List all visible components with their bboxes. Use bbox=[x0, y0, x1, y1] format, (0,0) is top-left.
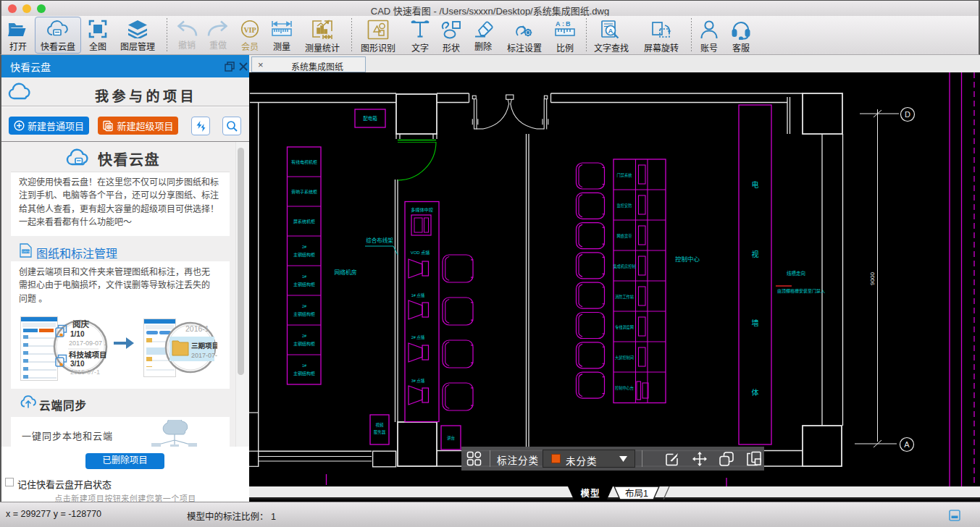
svg-text:主钢结构柜: 主钢结构柜 bbox=[293, 311, 315, 317]
svg-text:布局1: 布局1 bbox=[625, 489, 648, 499]
svg-text:2017-07-07: 2017-07-07 bbox=[191, 352, 217, 359]
svg-text:科技城项目: 科技城项目 bbox=[69, 350, 107, 359]
svg-text:2#: 2# bbox=[302, 304, 307, 308]
svg-text:2#: 2# bbox=[302, 334, 307, 338]
svg-text:服务器: 服务器 bbox=[374, 429, 386, 435]
svg-text:消防工作站: 消防工作站 bbox=[615, 294, 634, 300]
svg-text:有线电视机柜: 有线电视机柜 bbox=[291, 159, 317, 165]
svg-text:1#: 1# bbox=[302, 363, 307, 368]
svg-text:网络机房: 网络机房 bbox=[334, 269, 356, 276]
svg-text:大屏控制间: 大屏控制间 bbox=[615, 355, 634, 361]
svg-text:3/10: 3/10 bbox=[70, 360, 85, 368]
svg-text:监控安防: 监控安防 bbox=[617, 203, 632, 208]
svg-text:多媒体中控: 多媒体中控 bbox=[411, 207, 433, 213]
svg-text:1/10: 1/10 bbox=[70, 330, 85, 338]
svg-text:由顶棚格栅安装至门禁入: 由顶棚格栅安装至门禁入 bbox=[777, 288, 825, 294]
svg-text:屏系统机柜: 屏系统机柜 bbox=[293, 219, 315, 224]
svg-text:线槽走向: 线槽走向 bbox=[787, 270, 805, 277]
svg-text:9000: 9000 bbox=[869, 272, 876, 285]
svg-text:3# 点播: 3# 点播 bbox=[411, 378, 425, 384]
svg-text:2#: 2# bbox=[302, 245, 307, 249]
svg-text:综合布线架: 综合布线架 bbox=[366, 237, 393, 244]
svg-text:模型: 模型 bbox=[580, 488, 600, 499]
svg-text:墙: 墙 bbox=[752, 319, 759, 327]
svg-text:2017-09-07 1: 2017-09-07 1 bbox=[69, 340, 108, 347]
svg-text:主钢结构柜: 主钢结构柜 bbox=[293, 371, 315, 376]
svg-text:音响子系统柜: 音响子系统柜 bbox=[291, 189, 317, 195]
svg-text:网络宽带: 网络宽带 bbox=[617, 233, 632, 239]
svg-text:A: A bbox=[556, 20, 561, 28]
svg-text:视: 视 bbox=[752, 250, 759, 258]
svg-text:控制中心: 控制中心 bbox=[675, 256, 700, 263]
svg-text:控制中心台: 控制中心台 bbox=[615, 385, 634, 391]
svg-text:D: D bbox=[905, 110, 910, 119]
svg-text:1#: 1# bbox=[302, 274, 307, 279]
svg-text:专线调度网: 专线调度网 bbox=[615, 324, 634, 330]
svg-text:2016-1: 2016-1 bbox=[185, 324, 209, 333]
svg-text:1# 点播: 1# 点播 bbox=[411, 292, 425, 298]
svg-text:2# 点播: 2# 点播 bbox=[411, 334, 425, 340]
svg-text:阅庆: 阅庆 bbox=[72, 319, 89, 329]
svg-text:门禁系统: 门禁系统 bbox=[617, 172, 632, 178]
svg-text::: : bbox=[562, 20, 564, 28]
svg-text:视频: 视频 bbox=[375, 422, 384, 428]
svg-text:集成机房控制: 集成机房控制 bbox=[613, 264, 635, 269]
svg-text:体: 体 bbox=[752, 389, 759, 397]
svg-text:2016-07-1: 2016-07-1 bbox=[70, 368, 100, 376]
svg-text:主钢结构柜: 主钢结构柜 bbox=[293, 282, 315, 287]
svg-text:DWG: DWG bbox=[22, 250, 30, 253]
svg-text:讲台: 讲台 bbox=[447, 435, 456, 441]
svg-text:A: A bbox=[904, 440, 910, 449]
svg-text:电: 电 bbox=[752, 180, 759, 189]
svg-text:主钢结构柜: 主钢结构柜 bbox=[293, 252, 315, 258]
svg-text:配电箱: 配电箱 bbox=[363, 115, 377, 122]
svg-text:A: A bbox=[608, 27, 613, 35]
svg-text:主钢结构柜: 主钢结构柜 bbox=[293, 341, 315, 347]
svg-text:三期项目图: 三期项目图 bbox=[191, 342, 217, 350]
svg-text:VIP: VIP bbox=[243, 26, 256, 34]
svg-text:VOD 点播: VOD 点播 bbox=[411, 250, 430, 256]
svg-text:B: B bbox=[566, 20, 571, 28]
